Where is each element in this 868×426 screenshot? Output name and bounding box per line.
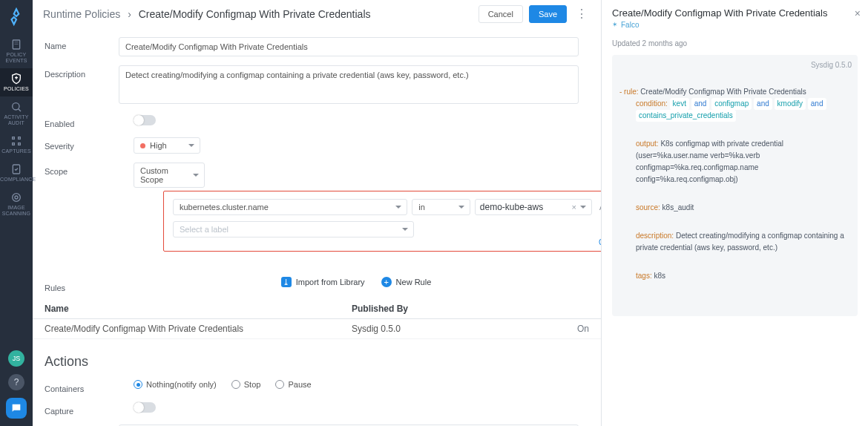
nav-captures[interactable]: CAPTURES bbox=[0, 131, 33, 159]
containers-label: Containers bbox=[45, 380, 134, 393]
nav-image-scanning[interactable]: IMAGE SCANNING bbox=[0, 187, 33, 221]
tag-remove-icon[interactable]: × bbox=[571, 203, 576, 212]
scope-operator-value: in bbox=[418, 203, 425, 212]
description-input[interactable]: Detect creating/modifying a configmap co… bbox=[119, 65, 579, 104]
app-logo bbox=[7, 7, 26, 27]
import-icon: ⤓ bbox=[281, 277, 292, 287]
new-rule-label: New Rule bbox=[396, 278, 432, 286]
svg-point-6 bbox=[15, 196, 18, 199]
nav-label: POLICIES bbox=[0, 86, 33, 92]
breadcrumb: Runtime Policies › Create/Modify Configm… bbox=[43, 8, 371, 20]
svg-line-4 bbox=[19, 109, 21, 111]
rule-detail-panel: × Create/Modify Configmap With Private C… bbox=[601, 0, 868, 426]
col-on-header bbox=[559, 304, 589, 314]
actions-section-title: Actions bbox=[33, 339, 601, 376]
rules-table-header: Name Published By bbox=[33, 299, 601, 319]
severity-value: High bbox=[150, 141, 167, 150]
nav-label: ACTIVITY AUDIT bbox=[0, 114, 33, 126]
help-button[interactable]: ? bbox=[8, 374, 24, 390]
nav-label: COMPLIANCE bbox=[0, 177, 33, 183]
rule-yaml-code: Sysdig 0.5.0 - rule: Create/Modify Confi… bbox=[612, 55, 858, 316]
severity-label: Severity bbox=[45, 137, 134, 151]
nav-label: CAPTURES bbox=[0, 148, 33, 154]
scope-type-value: Custom Scope bbox=[140, 166, 188, 184]
svg-point-7 bbox=[13, 194, 21, 202]
import-library-button[interactable]: ⤓ Import from Library bbox=[281, 277, 365, 287]
scope-placeholder: Select a label bbox=[180, 225, 228, 234]
severity-select[interactable]: High bbox=[134, 137, 200, 154]
new-rule-button[interactable]: + New Rule bbox=[381, 277, 432, 287]
scope-add-select[interactable]: Select a label bbox=[173, 221, 414, 237]
col-name-header: Name bbox=[45, 304, 352, 314]
more-menu-icon[interactable]: ⋮ bbox=[573, 7, 591, 21]
nav-policy-events[interactable]: POLICY EVENTS bbox=[0, 34, 33, 68]
import-label: Import from Library bbox=[296, 278, 365, 286]
radio-dot-icon bbox=[231, 380, 240, 389]
scope-value-input[interactable]: demo-kube-aws × bbox=[475, 199, 592, 215]
rules-label: Rules bbox=[45, 279, 134, 292]
nav-activity-audit[interactable]: ACTIVITY AUDIT bbox=[0, 96, 33, 131]
page-header: Runtime Policies › Create/Modify Configm… bbox=[33, 0, 601, 28]
breadcrumb-root[interactable]: Runtime Policies bbox=[43, 8, 120, 20]
panel-title: Create/Modify Configmap With Private Cre… bbox=[612, 7, 858, 19]
updated-label: Updated 2 months ago bbox=[612, 39, 858, 47]
user-avatar[interactable]: JS bbox=[8, 350, 24, 367]
scope-key-value: kubernetes.cluster.name bbox=[180, 203, 269, 212]
capture-label: Capture bbox=[45, 402, 134, 416]
name-label: Name bbox=[45, 37, 119, 50]
enabled-toggle[interactable] bbox=[134, 115, 156, 125]
cancel-button[interactable]: Cancel bbox=[479, 5, 523, 23]
radio-pause[interactable]: Pause bbox=[275, 380, 311, 389]
scope-label: Scope bbox=[45, 163, 134, 176]
description-label: Description bbox=[45, 65, 119, 79]
breadcrumb-sep: › bbox=[128, 8, 131, 20]
nav-label: IMAGE SCANNING bbox=[0, 205, 33, 217]
radio-nothing[interactable]: Nothing(notify only) bbox=[134, 380, 217, 389]
app-sidebar: POLICY EVENTS POLICIES ACTIVITY AUDIT CA… bbox=[0, 0, 33, 426]
name-input[interactable] bbox=[119, 37, 579, 56]
plus-icon: + bbox=[381, 277, 392, 287]
scope-value-tag: demo-kube-aws bbox=[480, 202, 543, 212]
rule-publisher-cell: Sysdig 0.5.0 bbox=[352, 324, 559, 334]
scope-filter-box: kubernetes.cluster.name in demo-kube-aws… bbox=[163, 191, 601, 252]
radio-stop[interactable]: Stop bbox=[231, 380, 261, 389]
falco-tag: Falco bbox=[612, 21, 639, 29]
svg-rect-0 bbox=[13, 40, 19, 49]
radio-dot-icon bbox=[275, 380, 284, 389]
scope-operator-select[interactable]: in bbox=[412, 199, 470, 215]
save-button[interactable]: Save bbox=[529, 5, 567, 23]
scope-key-select[interactable]: kubernetes.cluster.name bbox=[173, 199, 407, 215]
close-icon[interactable]: × bbox=[855, 7, 861, 19]
enabled-label: Enabled bbox=[45, 115, 134, 128]
scope-type-select[interactable]: Custom Scope bbox=[134, 163, 205, 188]
capture-toggle[interactable] bbox=[134, 402, 156, 413]
chat-button[interactable] bbox=[6, 398, 27, 419]
code-version-label: Sysdig 0.5.0 bbox=[811, 59, 852, 71]
radio-dot-icon bbox=[134, 380, 142, 389]
rule-on-cell: On bbox=[559, 324, 589, 334]
nav-policies[interactable]: POLICIES bbox=[0, 68, 33, 96]
nav-compliance[interactable]: COMPLIANCE bbox=[0, 159, 33, 187]
breadcrumb-current: Create/Modify Configmap With Private Cre… bbox=[139, 8, 371, 20]
severity-dot-icon bbox=[140, 143, 145, 148]
svg-point-3 bbox=[13, 103, 19, 110]
table-row[interactable]: Create/Modify Configmap With Private Cre… bbox=[33, 319, 601, 339]
rule-name-cell: Create/Modify Configmap With Private Cre… bbox=[45, 324, 352, 334]
col-publishedby-header: Published By bbox=[352, 304, 559, 314]
nav-label: POLICY EVENTS bbox=[0, 52, 33, 64]
